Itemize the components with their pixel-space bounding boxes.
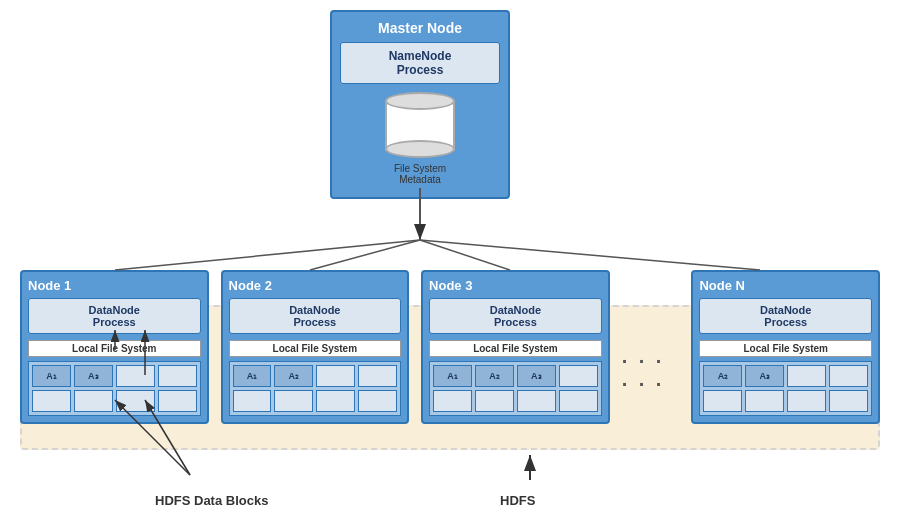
block-cell: A₂ xyxy=(703,365,742,387)
block-cell xyxy=(116,365,155,387)
node-3-block-grid: A₁ A₂ A₃ xyxy=(429,361,602,416)
node-1-process: DataNodeProcess xyxy=(28,298,201,334)
hdfs-label: HDFS xyxy=(500,493,535,508)
block-cell xyxy=(787,365,826,387)
block-cell: A₃ xyxy=(74,365,113,387)
node-2-box: Node 2 DataNodeProcess Local File System… xyxy=(221,270,410,424)
block-cell xyxy=(358,365,397,387)
block-cell: A₃ xyxy=(745,365,784,387)
node-1-box: Node 1 DataNodeProcess Local File System… xyxy=(20,270,209,424)
node-3-title: Node 3 xyxy=(429,278,602,293)
master-to-node3-line xyxy=(420,240,510,270)
block-cell xyxy=(703,390,742,412)
node-2-process: DataNodeProcess xyxy=(229,298,402,334)
node-1-local-fs: Local File System xyxy=(28,340,201,357)
data-nodes-row: Node 1 DataNodeProcess Local File System… xyxy=(20,270,880,424)
block-cell xyxy=(829,390,868,412)
block-cell xyxy=(559,365,598,387)
block-cell xyxy=(316,365,355,387)
block-cell xyxy=(829,365,868,387)
node-n-box: Node N DataNodeProcess Local File System… xyxy=(691,270,880,424)
master-to-node1-line xyxy=(115,240,420,270)
node-2-block-grid: A₁ A₂ xyxy=(229,361,402,416)
block-cell xyxy=(358,390,397,412)
node-3-box: Node 3 DataNodeProcess Local File System… xyxy=(421,270,610,424)
block-cell: A₁ xyxy=(233,365,272,387)
node-2-local-fs: Local File System xyxy=(229,340,402,357)
block-cell xyxy=(233,390,272,412)
master-node: Master Node NameNodeProcess File System … xyxy=(330,10,510,199)
node-1-title: Node 1 xyxy=(28,278,201,293)
block-cell xyxy=(787,390,826,412)
block-cell xyxy=(32,390,71,412)
metadata-label: File System Metadata xyxy=(385,163,455,185)
master-to-node2-line xyxy=(310,240,420,270)
block-cell: A₁ xyxy=(32,365,71,387)
namenode-box: NameNodeProcess xyxy=(340,42,500,84)
hdfs-blocks-label: HDFS Data Blocks xyxy=(155,493,268,508)
cylinder-icon: File System Metadata xyxy=(385,92,455,185)
node-2-title: Node 2 xyxy=(229,278,402,293)
diagram-container: Master Node NameNodeProcess File System … xyxy=(0,0,900,520)
block-cell: A₃ xyxy=(517,365,556,387)
block-cell xyxy=(274,390,313,412)
block-cell xyxy=(517,390,556,412)
block-cell xyxy=(559,390,598,412)
node-3-process: DataNodeProcess xyxy=(429,298,602,334)
block-cell xyxy=(158,390,197,412)
block-cell: A₁ xyxy=(433,365,472,387)
block-cell xyxy=(433,390,472,412)
block-cell: A₂ xyxy=(475,365,514,387)
block-cell xyxy=(158,365,197,387)
block-cell: A₂ xyxy=(274,365,313,387)
block-cell xyxy=(745,390,784,412)
block-cell xyxy=(475,390,514,412)
node-1-block-grid: A₁ A₃ xyxy=(28,361,201,416)
node-n-title: Node N xyxy=(699,278,872,293)
block-cell xyxy=(74,390,113,412)
block-cell xyxy=(316,390,355,412)
node-n-block-grid: A₂ A₃ xyxy=(699,361,872,416)
dots-separator: · · · · · · xyxy=(622,270,680,396)
block-cell xyxy=(116,390,155,412)
node-n-process: DataNodeProcess xyxy=(699,298,872,334)
master-node-title: Master Node xyxy=(340,20,500,36)
node-3-local-fs: Local File System xyxy=(429,340,602,357)
node-n-local-fs: Local File System xyxy=(699,340,872,357)
master-to-noden-line xyxy=(420,240,760,270)
